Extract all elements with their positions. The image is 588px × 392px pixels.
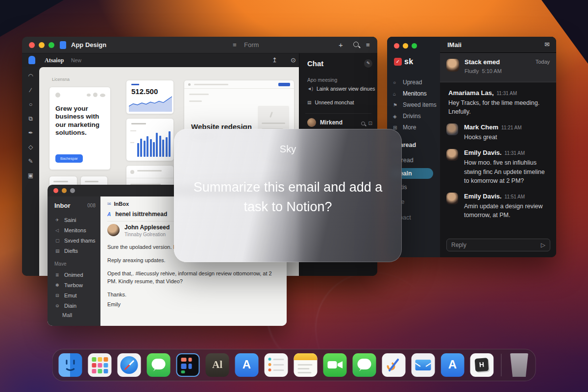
copy-tool-icon[interactable]: ⧉ <box>28 116 33 122</box>
sidebar-item-junk[interactable]: ✽Twrbow <box>55 282 83 288</box>
facetime-dock-icon[interactable] <box>323 353 347 377</box>
zoom-button[interactable] <box>412 43 417 49</box>
mail-icon[interactable]: ✉ <box>544 41 550 48</box>
hero-cta-button[interactable]: Bachespar <box>55 154 83 163</box>
bookmark-icon: ▢ <box>55 238 60 243</box>
mail-sidebar-title[interactable]: Inbor <box>54 202 71 209</box>
sidebar-item-mentions[interactable]: ◁Menitons <box>55 227 86 233</box>
mailbox-label: InBox <box>114 201 129 207</box>
document-name[interactable]: Atsaiop <box>45 57 64 64</box>
sender-name: Emily Davis. <box>464 149 502 156</box>
sidebar-item-drafts[interactable]: ◈Drivins <box>393 113 421 120</box>
hero-card[interactable]: Grew your business with our marketing so… <box>49 87 111 170</box>
workspace-name: sk <box>404 57 413 66</box>
sidebar-item-more[interactable]: ⊞More <box>393 124 416 131</box>
ellipse-tool-icon[interactable]: ○ <box>29 101 32 107</box>
minimize-button[interactable] <box>39 42 45 48</box>
avatar <box>446 123 458 135</box>
placeholder-line <box>131 123 146 124</box>
launchpad-dock-icon[interactable] <box>88 353 112 377</box>
notes-dock-icon[interactable] <box>294 353 318 377</box>
pencil-tool-icon[interactable]: ✎ <box>28 158 33 164</box>
assistant-overlay[interactable]: Sky Summarize this email and add a task … <box>174 129 402 262</box>
design-pen-dock-icon[interactable] <box>382 353 406 377</box>
message[interactable]: Amariama Las,11:31 AM Hey Tracks, for th… <box>446 88 551 116</box>
sidebar-item-unread[interactable]: ○Upread <box>393 79 422 86</box>
sidebar-item-spam[interactable]: ⊖Diain <box>55 303 76 309</box>
reminders-dock-icon[interactable] <box>265 353 288 377</box>
close-button[interactable] <box>53 188 58 193</box>
search-icon[interactable] <box>353 42 359 47</box>
messages-dock-icon[interactable] <box>147 353 171 377</box>
app-store-2-dock-icon[interactable]: A <box>441 353 465 377</box>
project-tiles-dock-icon[interactable] <box>176 353 200 377</box>
chat-item-card[interactable]: ▤ Unneed monchat <box>307 99 354 105</box>
workspace-logo[interactable]: ✓ sk <box>394 57 413 66</box>
menu-icon[interactable]: ≡ <box>366 41 370 49</box>
email-paragraph: Oped that,. #liecussly rehive, informal … <box>107 270 278 286</box>
sidebar-item-archived[interactable]: ≣Onimed <box>55 272 83 278</box>
send-icon[interactable]: ▷ <box>541 242 545 248</box>
placeholder-line <box>189 94 209 95</box>
imaii-title: IMaii <box>447 41 462 49</box>
search-icon[interactable] <box>361 122 365 125</box>
mail-dock-icon[interactable] <box>412 353 435 377</box>
sidebar-item-drafts[interactable]: ▤Diefts <box>55 248 78 254</box>
app-store-dock-icon[interactable]: A <box>235 353 259 377</box>
safari-dock-icon[interactable] <box>118 353 141 377</box>
eraser-tool-icon[interactable]: ◇ <box>28 144 33 150</box>
illustrator-dock-icon[interactable]: Al <box>206 353 229 377</box>
list-icon[interactable]: ≡ <box>233 41 237 49</box>
message[interactable]: Emily Davis.11:31 AM How moo. five sn in… <box>446 148 551 185</box>
minimize-button[interactable] <box>403 43 408 49</box>
trash-dock-icon[interactable] <box>509 353 530 377</box>
share-icon[interactable]: ↥ <box>272 56 277 64</box>
hero-heading: Grew your business with our marketing so… <box>55 105 106 137</box>
brush-tool-icon[interactable]: ✒ <box>28 130 33 136</box>
message[interactable]: Mark Chem11:21 AM Hooks great <box>446 122 551 142</box>
form-menu-label[interactable]: Form <box>244 41 259 49</box>
zoom-button[interactable] <box>70 188 75 193</box>
window-controls[interactable] <box>394 43 417 49</box>
close-button[interactable] <box>29 42 35 48</box>
pinned-subtitle: Fludly 5:10 AM <box>465 68 502 74</box>
box-icon: ⊟ <box>55 293 60 298</box>
notebook-dock-icon[interactable]: H <box>470 353 494 377</box>
sender-row[interactable]: John Appleseed Tinnaby Golreation <box>107 224 170 237</box>
avatar <box>446 149 458 161</box>
add-icon[interactable]: + <box>339 41 343 49</box>
close-button[interactable] <box>394 43 399 49</box>
image-tool-icon[interactable]: ▣ <box>28 172 33 178</box>
assistant-name: Sky <box>174 144 402 155</box>
arc-tool-icon[interactable]: ◠ <box>28 73 33 79</box>
line-tool-icon[interactable]: ∕ <box>30 87 31 93</box>
sidebar-item-sent[interactable]: ✈Saini <box>55 217 76 223</box>
bar-chart-card[interactable] <box>126 118 174 161</box>
sidebar-footer-label[interactable]: Mall <box>62 312 72 318</box>
sidebar-item-saved[interactable]: ⚑Sweed items <box>393 101 437 108</box>
messages-2-dock-icon[interactable] <box>353 353 376 377</box>
message-time: 11:51 AM <box>505 194 525 199</box>
design-titlebar[interactable]: App Design ≡ Form + ≡ <box>22 37 377 53</box>
window-controls[interactable] <box>29 42 54 48</box>
message[interactable]: Emily Davis.11:51 AM Amin update a desig… <box>446 192 551 220</box>
compose-icon[interactable]: ✎ <box>364 59 372 68</box>
window-controls[interactable] <box>53 188 75 193</box>
finder-dock-icon[interactable] <box>59 353 82 377</box>
minimize-button[interactable] <box>62 188 67 193</box>
chat-contact[interactable]: Mirkend <box>307 118 343 127</box>
expand-icon[interactable]: ⊡ <box>368 121 372 126</box>
sidebar-item-mentions[interactable]: ⌂Menitons <box>393 90 427 97</box>
sidebar-item-saved[interactable]: ▢Sxved thams <box>55 238 96 244</box>
pinned-thread[interactable]: Stack emed Today Fludly 5:10 AM <box>440 53 556 82</box>
record-icon[interactable]: ⊙ <box>291 56 296 64</box>
reply-bar[interactable]: ▷ <box>446 239 550 251</box>
logo-icon[interactable] <box>28 56 35 64</box>
sidebar-item-trash[interactable]: ⊟Emut <box>55 293 77 298</box>
sender-org: Tinnaby Golreation <box>124 232 170 237</box>
circle-icon: ○ <box>393 80 399 85</box>
zoom-button[interactable] <box>49 42 54 48</box>
chat-item-voice[interactable]: ◄) Laink answer view dinues <box>307 86 375 92</box>
stat-card[interactable]: 512.500 <box>126 80 174 114</box>
reply-input[interactable] <box>451 242 541 248</box>
